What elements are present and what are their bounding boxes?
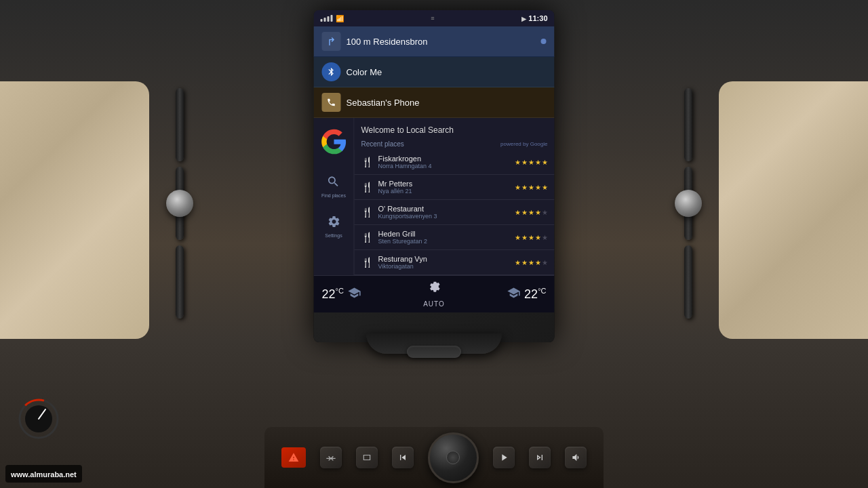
star-full: ★ (515, 209, 521, 216)
nav-instruction: 100 m Residensbron (347, 37, 428, 47)
content-area: Welcome to Local Search Recent places po… (355, 118, 555, 275)
star-full: ★ (535, 209, 541, 216)
play-pause-button[interactable] (493, 447, 515, 468)
temp-left-number: 22 (322, 287, 336, 301)
seat-heat-left-icon[interactable] (348, 286, 361, 303)
speedometer-area (17, 397, 61, 444)
volume-knob[interactable] (428, 432, 479, 483)
powered-by-label: powered by Google (500, 141, 547, 147)
watermark-url: www.almuraba.net (11, 470, 77, 479)
temp-right-value: 22°C (524, 287, 546, 302)
star-full: ★ (515, 159, 521, 166)
sidebar-find-places[interactable]: Find places (321, 172, 346, 199)
star-empty: ★ (542, 234, 548, 241)
status-time: ▶ 11:30 (521, 14, 547, 22)
restaurant-address: Nya allén 21 (378, 188, 509, 195)
skip-forward-button[interactable] (529, 447, 551, 468)
restaurant-name: O' Restaurant (378, 205, 509, 213)
restaurant-icon: 🍴 (361, 257, 373, 268)
sidebar: Find places Settings (314, 118, 355, 275)
signal-bar-4 (331, 15, 333, 22)
vent-left (153, 88, 207, 319)
find-places-label: Find places (321, 193, 346, 199)
star-full: ★ (528, 184, 534, 191)
status-bar: 📶 ≡ ▶ 11:30 (314, 10, 555, 26)
auto-climate-section[interactable]: AUTO (423, 281, 445, 308)
restaurant-stars: ★★★★★ (515, 159, 548, 166)
temp-right-number: 22 (524, 287, 538, 301)
temp-left-unit: °C (336, 287, 344, 295)
restaurant-icon: 🍴 (361, 207, 373, 218)
vent-slat (176, 88, 184, 161)
signal-bar-3 (328, 16, 330, 22)
restaurant-stars: ★★★★★ (515, 234, 548, 241)
restaurant-info: Fiskarkrogen Norra Hamngatan 4 (378, 155, 509, 169)
vent-knob[interactable] (166, 190, 193, 217)
volume-knob-center (446, 451, 460, 464)
google-logo[interactable] (320, 128, 347, 155)
settings-icon (324, 212, 343, 231)
star-half: ★ (535, 234, 541, 241)
hazard-button[interactable] (281, 447, 306, 468)
temp-right: 22°C (507, 286, 546, 303)
star-full: ★ (521, 209, 528, 216)
restaurant-stars: ★★★★★ (515, 259, 548, 266)
restaurant-icon: 🍴 (361, 182, 373, 192)
bluetooth-device-icon (322, 62, 341, 81)
star-full: ★ (535, 159, 541, 166)
star-full: ★ (521, 184, 528, 191)
play-icon: ▶ (521, 16, 526, 22)
restaurant-address: Kungsportsavenyen 3 (378, 213, 509, 220)
vent-right (661, 88, 715, 319)
rear-defrost-button[interactable] (356, 447, 378, 468)
nav-row[interactable]: ↱ 100 m Residensbron (314, 26, 555, 57)
auto-label: AUTO (423, 300, 445, 308)
star-full: ★ (521, 234, 528, 241)
star-full: ★ (535, 184, 541, 191)
vent-slat (684, 245, 692, 319)
star-full: ★ (521, 259, 528, 266)
phone-row[interactable]: Sebastian's Phone (314, 87, 555, 118)
status-center: ≡ (431, 15, 434, 22)
star-full: ★ (528, 234, 534, 241)
sidebar-settings[interactable]: Settings (324, 212, 343, 239)
bluetooth-device-name: Color Me (347, 67, 382, 77)
welcome-section: Welcome to Local Search (355, 118, 555, 138)
restaurant-address: Viktoriagatan (378, 263, 509, 270)
restaurant-name: Fiskarkrogen (378, 155, 509, 163)
star-full: ★ (515, 234, 521, 241)
temp-right-unit: °C (538, 287, 546, 295)
recent-header: Recent places powered by Google (355, 138, 555, 150)
phone-name: Sebastian's Phone (347, 98, 420, 108)
main-screen: 📶 ≡ ▶ 11:30 ↱ 100 m Residensbron Color M… (314, 10, 555, 342)
restaurant-address: Sten Sturegatan 2 (378, 238, 509, 245)
settings-label: Settings (325, 233, 342, 239)
restaurant-item[interactable]: 🍴 Heden Grill Sten Sturegatan 2 ★★★★★ (355, 225, 555, 250)
restaurant-item[interactable]: 🍴 Fiskarkrogen Norra Hamngatan 4 ★★★★★ (355, 150, 555, 175)
restaurant-info: Heden Grill Sten Sturegatan 2 (378, 230, 509, 245)
bluetooth-icon: 📶 (336, 15, 344, 22)
restaurant-address: Norra Hamngatan 4 (378, 163, 509, 169)
skip-back-button[interactable] (392, 447, 414, 468)
vent-knob[interactable] (675, 190, 702, 217)
restaurant-item[interactable]: 🍴 O' Restaurant Kungsportsavenyen 3 ★★★★… (355, 200, 555, 225)
climate-bar: 22°C AUTO 22°C (314, 275, 555, 312)
recent-places-label: Recent places (361, 140, 404, 148)
volume-down-button[interactable] (565, 447, 587, 468)
restaurant-info: Mr Petters Nya allén 21 (378, 180, 509, 195)
seat-heat-right-icon[interactable] (507, 286, 520, 303)
star-full: ★ (515, 259, 521, 266)
star-half: ★ (542, 184, 548, 191)
home-button[interactable] (407, 346, 461, 358)
bluetooth-row[interactable]: Color Me (314, 57, 555, 87)
restaurant-stars: ★★★★★ (515, 184, 548, 191)
star-full: ★ (521, 159, 528, 166)
star-empty: ★ (542, 209, 548, 216)
vent-slat (684, 88, 692, 161)
wood-panel-left (0, 81, 149, 339)
restaurant-stars: ★★★★★ (515, 209, 548, 216)
restaurant-item[interactable]: 🍴 Resturang Vyn Viktoriagatan ★★★★★ (355, 250, 555, 275)
restaurant-item[interactable]: 🍴 Mr Petters Nya allén 21 ★★★★★ (355, 175, 555, 200)
nav-dot (541, 39, 547, 44)
defrost-front-button[interactable] (320, 447, 342, 468)
